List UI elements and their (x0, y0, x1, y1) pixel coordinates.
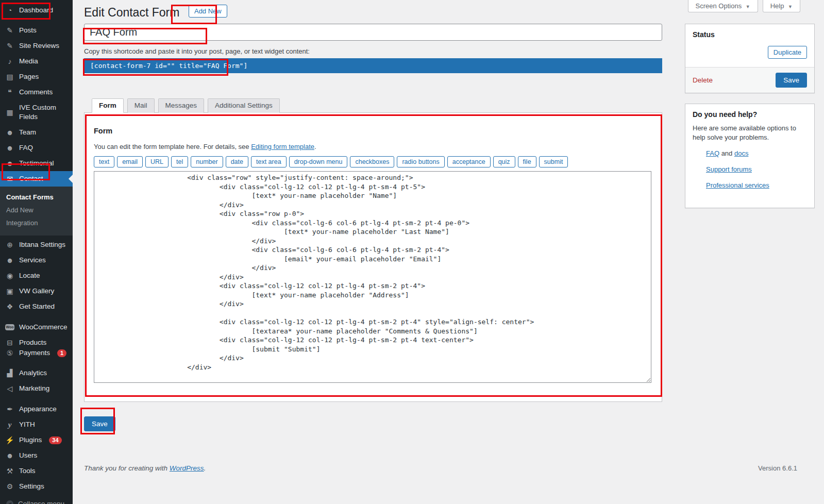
tab-additional-settings[interactable]: Additional Settings (208, 98, 280, 113)
sidebar-item-locate[interactable]: ◉ Locate (0, 268, 73, 283)
sidebar-item-tools[interactable]: ⚒ Tools (0, 463, 73, 479)
sidebar-item-label: Comments (19, 88, 53, 97)
shortcode-field[interactable]: [contact-form-7 id="" title="FAQ Form"] (84, 58, 662, 73)
sidebar-item-products[interactable]: ⊟ Products (0, 335, 73, 348)
sidebar-item-team[interactable]: ☻ Team (0, 125, 73, 140)
sidebar-item-vw-gallery[interactable]: ▣ VW Gallery (0, 283, 73, 299)
wordpress-link[interactable]: WordPress (170, 464, 204, 472)
tag-button-text-area[interactable]: text area (251, 156, 287, 167)
comment-bubble-icon: ❝ (5, 88, 14, 96)
sidebar-item-comments[interactable]: ❝ Comments (0, 85, 73, 100)
sidebar-item-pages[interactable]: ▤ Pages (0, 69, 73, 85)
tab-mail[interactable]: Mail (127, 98, 155, 113)
faq-link[interactable]: FAQ (706, 149, 719, 157)
pushpin-icon: ✎ (5, 42, 14, 50)
form-panel: Form You can edit the form template here… (84, 112, 662, 402)
duplicate-button[interactable]: Duplicate (768, 46, 807, 59)
plugin-icon: ⚡ (5, 436, 14, 444)
docs-link[interactable]: docs (734, 149, 748, 157)
sidebar-item-label: VW Gallery (19, 287, 54, 296)
add-new-button[interactable]: Add New (189, 5, 227, 18)
sidebar-item-posts[interactable]: ✎ Posts (0, 23, 73, 38)
content-area: Screen Options ▼ Help ▼ Edit Contact For… (73, 0, 824, 504)
tab-messages[interactable]: Messages (158, 98, 205, 113)
tag-generator-row: text email URL tel number date text area… (94, 156, 651, 167)
sidebar-item-contact[interactable]: ✉ Contact (0, 171, 73, 187)
sidebar-item-settings[interactable]: ⚙ Settings (0, 479, 73, 494)
payments-icon: ⑤ (5, 349, 14, 357)
help-description: Here are some available options to help … (685, 124, 814, 142)
sidebar-item-label: Contact (19, 174, 43, 183)
help-heading: Do you need help? (685, 104, 814, 122)
screen-options-label: Screen Options (696, 2, 742, 10)
sidebar-item-ibtana-settings[interactable]: ⊕ Ibtana Settings (0, 237, 73, 253)
sidebar-item-label: FAQ (19, 143, 33, 153)
settings-sliders-icon: ⚙ (5, 482, 14, 491)
sidebar-item-marketing[interactable]: ◁ Marketing (0, 381, 73, 396)
sidebar-item-appearance[interactable]: ✒ Appearance (0, 401, 73, 417)
page-title: Edit Contact Form (84, 5, 179, 20)
tag-button-acceptance[interactable]: acceptance (447, 156, 491, 167)
sidebar-item-label: Appearance (19, 405, 57, 414)
sidebar-item-plugins[interactable]: ⚡ Plugins 34 (0, 432, 73, 448)
sidebar-item-label: Team (19, 128, 36, 137)
thanks-period: . (204, 464, 206, 472)
woocommerce-icon: Woo (5, 324, 14, 330)
tag-button-email[interactable]: email (117, 156, 143, 167)
sidebar-item-label: Products (19, 338, 46, 347)
sidebar-item-testimonial[interactable]: ☻ Testimonial (0, 156, 73, 171)
submenu-item-integration[interactable]: Integration (0, 216, 73, 229)
sidebar-item-label: Dashboard (19, 6, 53, 15)
admin-footer: Thank you for creating with WordPress. V… (84, 464, 824, 472)
tag-button-file[interactable]: file (518, 156, 536, 167)
sidebar-item-yith[interactable]: y YITH (0, 417, 73, 432)
help-button[interactable]: Help ▼ (763, 0, 800, 12)
sidebar-item-woocommerce[interactable]: Woo WooCommerce (0, 320, 73, 335)
wrench-icon: ⚒ (5, 467, 14, 475)
tag-button-number[interactable]: number (191, 156, 223, 167)
delete-link[interactable]: Delete (693, 76, 713, 84)
sidebar-item-get-started[interactable]: ❖ Get Started (0, 299, 73, 314)
sidebar-item-ive-custom-fields[interactable]: ▦ IVE Custom Fields (0, 100, 73, 125)
version-text: Version 6.6.1 (758, 464, 797, 472)
sidebar-item-faq[interactable]: ☻ FAQ (0, 140, 73, 156)
sidebar-item-media[interactable]: ♪ Media (0, 54, 73, 69)
sidebar-item-label: Tools (19, 466, 36, 476)
sidebar-item-label: WooCommerce (19, 323, 68, 332)
tab-form[interactable]: Form (92, 98, 124, 113)
tag-button-date[interactable]: date (226, 156, 248, 167)
pages-icon: ▤ (5, 73, 14, 81)
sidebar-item-label: YITH (19, 420, 35, 429)
megaphone-icon: ◁ (5, 384, 14, 393)
sidebar-item-users[interactable]: ☻ Users (0, 448, 73, 463)
form-template-editor[interactable]: <div class="row" style="justify-content:… (94, 171, 651, 383)
editor-tabs: Form Mail Messages Additional Settings (92, 98, 662, 112)
screen-options-button[interactable]: Screen Options ▼ (688, 0, 758, 12)
support-forums-link[interactable]: Support forums (706, 165, 752, 173)
tag-button-quiz[interactable]: quiz (493, 156, 515, 167)
tag-button-tel[interactable]: tel (171, 156, 188, 167)
professional-services-link[interactable]: Professional services (706, 181, 769, 189)
sidebar-item-analytics[interactable]: ▟ Analytics (0, 365, 73, 381)
collapse-menu-button[interactable]: ◀ Collapse menu (0, 496, 73, 504)
form-title-input[interactable] (84, 24, 662, 41)
description-period: . (314, 143, 316, 150)
tag-button-submit[interactable]: submit (539, 156, 568, 167)
tag-button-radio-buttons[interactable]: radio buttons (397, 156, 444, 167)
editing-form-template-link[interactable]: Editing form template (251, 143, 314, 150)
tag-button-text[interactable]: text (94, 156, 114, 167)
sidebar-item-services[interactable]: ☻ Services (0, 253, 73, 268)
tag-button-url[interactable]: URL (145, 156, 169, 167)
sidebar-item-site-reviews[interactable]: ✎ Site Reviews (0, 38, 73, 54)
sidebar-item-label: Ibtana Settings (19, 240, 65, 249)
sidebar-item-label: Get Started (19, 302, 55, 311)
status-save-button[interactable]: Save (776, 73, 807, 88)
sidebar-item-label: Media (19, 57, 38, 66)
sidebar-item-payments[interactable]: ⑤ Payments 1 (0, 348, 73, 361)
sidebar-item-dashboard[interactable]: ◔ Dashboard (0, 3, 73, 18)
submenu-item-add-new[interactable]: Add New (0, 204, 73, 216)
submenu-item-contact-forms[interactable]: Contact Forms (0, 191, 73, 204)
tag-button-checkboxes[interactable]: checkboxes (350, 156, 394, 167)
save-button[interactable]: Save (84, 416, 115, 431)
tag-button-drop-down-menu[interactable]: drop-down menu (289, 156, 348, 167)
